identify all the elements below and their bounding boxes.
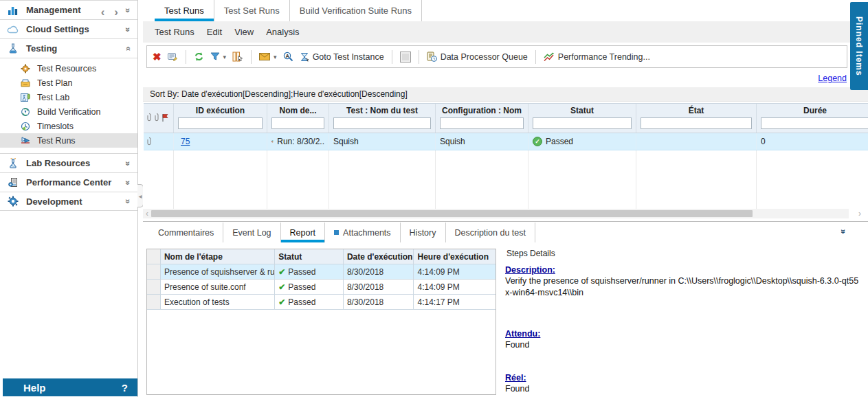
menubar: Test Runs Edit View Analysis bbox=[143, 21, 868, 43]
chevron-double-up-icon[interactable]: » bbox=[124, 46, 133, 51]
description-label[interactable]: Description: bbox=[505, 265, 867, 275]
hourglass-icon bbox=[300, 52, 309, 62]
column-header[interactable]: Configuration : Nom bbox=[442, 106, 522, 115]
performance-trending-button[interactable]: Performance Trending... bbox=[544, 52, 650, 62]
dev-gear-icon bbox=[5, 195, 21, 207]
step-name: Presence of suite.conf bbox=[161, 280, 275, 294]
help-bar[interactable]: Help ? bbox=[3, 378, 137, 396]
attendu-label[interactable]: Attendu: bbox=[505, 329, 867, 339]
goto-test-instance-button[interactable]: Goto Test Instance bbox=[300, 52, 384, 62]
sidebar-section-testing[interactable]: Testing » bbox=[0, 38, 137, 58]
sidebar-item-timeslots[interactable]: Timeslots bbox=[0, 119, 137, 133]
step-date: 8/30/2018 bbox=[344, 264, 414, 279]
pinned-items-tab[interactable]: Pinned Items bbox=[850, 2, 868, 90]
column-header[interactable]: ID exécution bbox=[196, 106, 245, 115]
send-mail-button[interactable]: ▾ bbox=[259, 53, 277, 60]
table-row[interactable]: Presence of squishserver & runner ✔Passe… bbox=[147, 264, 496, 280]
sidebar-section-performance-center[interactable]: Performance Center » bbox=[0, 172, 137, 192]
filter-input-duree[interactable] bbox=[761, 117, 868, 129]
filter-input-test-nom[interactable] bbox=[333, 117, 431, 129]
table-row[interactable]: 75 Run: 8/30/2.. Squish Squish ✓Passed 0 bbox=[144, 133, 868, 150]
run-id-link[interactable]: 75 bbox=[181, 137, 190, 146]
reel-text: Found bbox=[505, 383, 863, 395]
sidebar-section-development[interactable]: Development » bbox=[0, 192, 137, 211]
item-label: Test Runs bbox=[37, 136, 76, 146]
menu-view[interactable]: View bbox=[234, 27, 254, 37]
details-button[interactable] bbox=[168, 52, 178, 62]
menu-analysis[interactable]: Analysis bbox=[266, 27, 299, 37]
testing-items: Test Resources Test Plan Test Lab Build … bbox=[0, 58, 137, 153]
legend-link[interactable]: Legend bbox=[818, 73, 847, 83]
scroll-right-icon[interactable]: › bbox=[858, 209, 861, 218]
filter-input-statut[interactable] bbox=[533, 117, 632, 129]
sidebar-section-cloud-settings[interactable]: Cloud Settings » bbox=[0, 19, 137, 38]
chevron-double-down-icon[interactable]: » bbox=[124, 161, 133, 166]
chevron-double-down-icon[interactable]: » bbox=[124, 27, 133, 32]
filter-input-configuration[interactable] bbox=[440, 117, 524, 129]
filter-button[interactable]: ▾ bbox=[210, 52, 227, 61]
delete-button[interactable]: ✖ bbox=[153, 51, 162, 63]
tab-history[interactable]: History bbox=[401, 223, 446, 242]
back-arrow-icon[interactable]: ‹ bbox=[101, 5, 115, 19]
filter-input-etat[interactable] bbox=[641, 117, 752, 129]
select-columns-icon bbox=[232, 52, 243, 62]
column-header[interactable]: Statut bbox=[275, 249, 344, 264]
column-header[interactable]: Date d'exécution bbox=[344, 249, 414, 264]
column-header[interactable]: Durée bbox=[803, 106, 827, 115]
menu-test-runs[interactable]: Test Runs bbox=[155, 27, 194, 37]
tab-test-set-runs[interactable]: Test Set Runs bbox=[214, 0, 290, 21]
sidebar-item-build-verification[interactable]: Build Verification bbox=[0, 104, 137, 119]
passed-status-icon: ✓ bbox=[533, 137, 542, 146]
tab-event-log[interactable]: Event Log bbox=[223, 223, 280, 242]
horizontal-scrollbar[interactable]: ‹ › bbox=[143, 209, 849, 218]
svg-text:A: A bbox=[285, 53, 289, 59]
delete-x-icon: ✖ bbox=[153, 51, 162, 63]
tab-report[interactable]: Report bbox=[281, 223, 326, 242]
filter-input-nom[interactable] bbox=[271, 117, 324, 129]
tab-attachments[interactable]: Attachments bbox=[325, 223, 400, 242]
tab-description-du-test[interactable]: Description du test bbox=[446, 223, 536, 242]
column-header[interactable]: Nom de l'étape bbox=[161, 249, 275, 264]
collapse-panel-chevrons-icon[interactable]: » bbox=[839, 229, 849, 234]
column-header[interactable]: Test : Nom du test bbox=[346, 106, 418, 115]
table-row[interactable]: Execution of tests ✔Passed 8/30/2018 4:1… bbox=[147, 295, 496, 310]
column-header[interactable]: Nom de... bbox=[279, 106, 316, 115]
data-processor-queue-button[interactable]: Data Processor Queue bbox=[427, 52, 528, 62]
test-lab-icon bbox=[19, 92, 32, 103]
select-columns-button[interactable] bbox=[232, 52, 243, 62]
find-button[interactable]: A bbox=[283, 52, 293, 62]
column-header[interactable]: Statut bbox=[570, 106, 594, 115]
details-note-icon bbox=[168, 52, 178, 62]
filter-input-id-execution[interactable] bbox=[178, 117, 263, 129]
chevron-double-down-icon[interactable]: » bbox=[124, 199, 133, 204]
sidebar-item-test-lab[interactable]: Test Lab bbox=[0, 90, 137, 104]
tab-build-verification-suite-runs[interactable]: Build Verification Suite Runs bbox=[290, 0, 422, 21]
tab-test-runs[interactable]: Test Runs bbox=[155, 0, 214, 21]
table-row[interactable]: Presence of suite.conf ✔Passed 8/30/2018… bbox=[147, 280, 496, 295]
step-status: Passed bbox=[288, 297, 315, 307]
scrollbar-thumb[interactable] bbox=[151, 210, 753, 217]
flask-icon bbox=[5, 43, 21, 55]
column-header[interactable]: Heure d'exécution bbox=[414, 249, 496, 264]
square-toggle-button[interactable] bbox=[400, 52, 411, 63]
tab-label: Report bbox=[290, 228, 316, 238]
column-header[interactable]: État bbox=[689, 106, 704, 115]
toolbar-separator bbox=[251, 50, 252, 64]
tab-commentaires[interactable]: Commentaires bbox=[149, 223, 223, 242]
chevron-double-down-icon[interactable]: » bbox=[124, 180, 133, 185]
menu-edit[interactable]: Edit bbox=[207, 27, 222, 37]
report-steps-table: Nom de l'étape Statut Date d'exécution H… bbox=[146, 249, 496, 395]
sidebar-item-test-runs[interactable]: Test Runs bbox=[0, 133, 137, 148]
sidebar-item-test-resources[interactable]: Test Resources bbox=[0, 61, 137, 76]
reel-label[interactable]: Réel: bbox=[505, 373, 867, 383]
item-label: Test Plan bbox=[37, 78, 72, 88]
refresh-button[interactable] bbox=[194, 52, 204, 62]
steps-details-panel: Steps Details Description: Verify the pr… bbox=[500, 246, 867, 395]
cloud-icon bbox=[5, 23, 21, 36]
chevron-double-down-icon[interactable]: » bbox=[124, 8, 133, 12]
scroll-left-icon[interactable]: ‹ bbox=[143, 209, 151, 218]
panel-divider bbox=[143, 221, 868, 222]
sidebar-item-test-plan[interactable]: Test Plan bbox=[0, 76, 137, 90]
test-name: Squish bbox=[333, 137, 359, 146]
sidebar-section-lab-resources[interactable]: Lab Resources » bbox=[0, 153, 137, 172]
